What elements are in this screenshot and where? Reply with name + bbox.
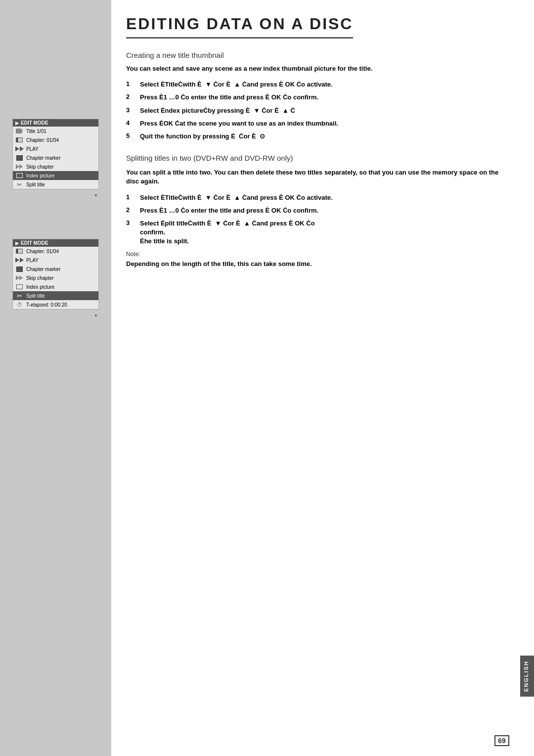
menu-item-chapter-marker[interactable]: Chapter marker xyxy=(13,153,98,162)
section-1-title: Creating a new title thumbnail xyxy=(126,51,509,59)
menu-item-play-label: PLAY xyxy=(26,146,39,152)
step-1-4-text: Press ĖOK Ċat the scene you want to use … xyxy=(140,119,338,128)
menu2-split-icon: ✂ xyxy=(15,292,24,299)
menu2-index-icon xyxy=(15,283,24,290)
menu2-index-label: Index picture xyxy=(26,284,54,290)
step-1-3-text: Select Ėndex pictureĊby pressing È ▼ Ċor… xyxy=(140,106,295,115)
step-1-2: 2 Press È1 …0 Ċo enter the title and pre… xyxy=(126,93,509,102)
step-1-1-num: 1 xyxy=(126,80,134,88)
split-title-icon: ✂ xyxy=(15,181,24,188)
menu2-skip-icon xyxy=(15,274,24,281)
edit-mode-panel-1: ▶ EDIT MODE Title 1/01 Chapter: 01/04 xyxy=(12,119,99,189)
panel-header-label-2: EDIT MODE xyxy=(21,240,48,246)
index-picture-icon xyxy=(15,172,24,179)
panel-header-label-1: EDIT MODE xyxy=(21,120,48,126)
edit-mode-panel-2: ▶ EDIT MODE Chapter: 01/04 xyxy=(12,239,99,310)
menu2-item-skip[interactable]: Skip chapter xyxy=(13,273,98,282)
menu2-play-icon xyxy=(15,257,24,264)
step-1-3: 3 Select Ėndex pictureĊby pressing È ▼ Ċ… xyxy=(126,106,509,115)
menu-item-chapter[interactable]: Chapter: 01/04 xyxy=(13,135,98,144)
menu-item-index-label: Index picture xyxy=(26,173,54,178)
step-2-2: 2 Press È1 …0 Ċo enter the title and pre… xyxy=(126,206,509,215)
menu-item-index-picture[interactable]: Index picture xyxy=(13,171,98,180)
menu-item-chapter-label: Chapter: 01/04 xyxy=(26,137,59,143)
note-text: Depending on the length of the title, th… xyxy=(126,260,509,268)
title-icon xyxy=(15,128,24,134)
menu2-chapter-marker-label: Chapter marker xyxy=(26,267,60,272)
step-1-3-num: 3 xyxy=(126,106,134,114)
menu2-skip-label: Skip chapter xyxy=(26,275,54,281)
menu-item-split-label: Split title xyxy=(26,182,45,187)
menu2-elapsed-label: T-elapsed: 0:00:20 xyxy=(26,302,67,308)
play-icon xyxy=(15,145,24,152)
menu-panel-2: ▶ EDIT MODE Chapter: 01/04 xyxy=(12,239,99,319)
step-1-5-num: 5 xyxy=(126,132,134,139)
step-1-5: 5 Quit the function by pressing Ė Ċor È … xyxy=(126,132,509,141)
menu-item-split-title[interactable]: ✂ Split title xyxy=(13,180,98,189)
menu2-item-split[interactable]: ✂ Split title xyxy=(13,291,98,300)
language-label: ENGLISH xyxy=(520,656,534,697)
menu-item-play[interactable]: PLAY xyxy=(13,144,98,153)
menu2-item-chapter[interactable]: Chapter: 01/04 xyxy=(13,247,98,256)
note-label: Note: xyxy=(126,251,509,258)
panel-header-2: ▶ EDIT MODE xyxy=(13,239,98,247)
page-number: 69 xyxy=(494,735,509,746)
menu2-split-label: Split title xyxy=(26,293,45,299)
note-block: Note: Depending on the length of the tit… xyxy=(126,251,509,268)
step-2-3: 3 Select Ėplit titleĊwith È ▼ Ċor È ▲ Ċa… xyxy=(126,219,509,246)
step-2-1-num: 1 xyxy=(126,193,134,201)
step-2-2-num: 2 xyxy=(126,206,134,214)
menu-item-title[interactable]: Title 1/01 xyxy=(13,127,98,135)
menu2-item-play[interactable]: PLAY xyxy=(13,256,98,265)
menu2-item-chapter-marker[interactable]: Chapter marker xyxy=(13,265,98,273)
step-1-4-num: 4 xyxy=(126,119,134,127)
menu2-chapter-label: Chapter: 01/04 xyxy=(26,249,59,254)
menu2-item-index[interactable]: Index picture xyxy=(13,282,98,291)
step-2-3-text: Select Ėplit titleĊwith È ▼ Ċor È ▲ Ċand… xyxy=(140,219,315,246)
menu2-clock-icon: ⏱ xyxy=(15,301,24,308)
section-2: Splitting titles in two (DVD+RW and DVD-… xyxy=(126,153,509,269)
page-title: EDITING DATA ON A DISC xyxy=(126,15,353,39)
step-1-1-text: Select ĖTitleĊwith È ▼ Ċor È ▲ Ċand pres… xyxy=(140,80,333,89)
step-2-1-text: Select ĖTitleĊwith È ▼ Ċor È ▲ Ċand pres… xyxy=(140,193,333,202)
menu-item-skip-label: Skip chapter xyxy=(26,164,54,170)
step-1-2-text: Press È1 …0 Ċo enter the title and press… xyxy=(140,93,318,102)
step-1-2-num: 2 xyxy=(126,93,134,100)
step-1-4: 4 Press ĖOK Ċat the scene you want to us… xyxy=(126,119,509,128)
header-arrow-icon: ▶ xyxy=(15,121,19,126)
skip-chapter-icon xyxy=(15,163,24,170)
menu2-play-label: PLAY xyxy=(26,258,39,263)
section-1: Creating a new title thumbnail You can s… xyxy=(126,51,509,141)
menu-item-title-label: Title 1/01 xyxy=(26,129,46,134)
step-2-2-text: Press È1 …0 Ċo enter the title and press… xyxy=(140,206,318,215)
menu-item-skip-chapter[interactable]: Skip chapter xyxy=(13,162,98,171)
menu2-chapter-marker-icon xyxy=(15,266,24,272)
chapter-marker-icon xyxy=(15,154,24,161)
menu2-chapter-icon xyxy=(15,248,24,255)
main-content: EDITING DATA ON A DISC Creating a new ti… xyxy=(111,0,534,756)
header-arrow-icon-2: ▶ xyxy=(15,241,19,246)
step-2-3-num: 3 xyxy=(126,219,134,226)
section-2-title: Splitting titles in two (DVD+RW and DVD-… xyxy=(126,153,509,163)
scroll-down-2[interactable]: ▼ xyxy=(12,310,99,319)
chapter-icon xyxy=(15,136,24,143)
section-2-intro: You can split a title into two. You can … xyxy=(126,168,509,186)
scroll-down-1[interactable]: ▼ xyxy=(12,189,99,199)
step-1-1: 1 Select ĖTitleĊwith È ▼ Ċor È ▲ Ċand pr… xyxy=(126,80,509,89)
menu2-item-elapsed[interactable]: ⏱ T-elapsed: 0:00:20 xyxy=(13,300,98,309)
sidebar: ▶ EDIT MODE Title 1/01 Chapter: 01/04 xyxy=(0,0,111,756)
step-2-1: 1 Select ĖTitleĊwith È ▼ Ċor È ▲ Ċand pr… xyxy=(126,193,509,202)
section-1-intro: You can select and save any scene as a n… xyxy=(126,64,509,73)
menu-panel-1: ▶ EDIT MODE Title 1/01 Chapter: 01/04 xyxy=(12,119,99,199)
menu-item-chapter-marker-label: Chapter marker xyxy=(26,155,60,161)
panel-header-1: ▶ EDIT MODE xyxy=(13,119,98,127)
step-1-5-text: Quit the function by pressing Ė Ċor È ⊙ xyxy=(140,132,265,141)
